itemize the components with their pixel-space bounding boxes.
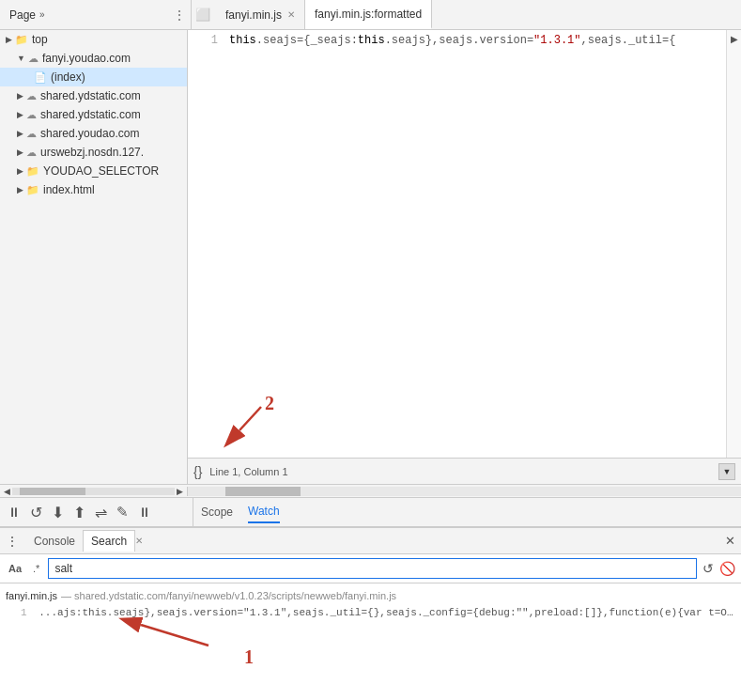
sidebar-item-label: (index): [51, 70, 85, 84]
code-keyword: this: [229, 34, 256, 47]
collapse-arrow-icon: ▶: [17, 91, 23, 101]
sidebar-item-label: index.html: [43, 183, 95, 196]
collapse-arrow-icon: ▶: [17, 185, 23, 194]
sidebar-item-shared-youdao[interactable]: ▶ ☁ shared.youdao.com: [0, 124, 187, 143]
collapse-arrow-icon: ▼: [17, 54, 25, 63]
case-sensitive-button[interactable]: Aa: [6, 561, 24, 576]
tab-fanyi-min-js-formatted[interactable]: fanyi.min.js:formatted: [305, 0, 432, 29]
result-filepath: — shared.ydstatic.com/fanyi/newweb/v1.0.…: [61, 590, 396, 601]
tab-scope[interactable]: Scope: [201, 502, 233, 522]
tab-bar: Page » ⋮ ⬜ fanyi.min.js ✕ fanyi.min.js:f…: [0, 0, 741, 30]
cloud-icon: ☁: [26, 147, 37, 159]
sidebar-item-youdao-selector[interactable]: ▶ 📁 YOUDAO_SELECTOR: [0, 162, 187, 180]
folder-icon: 📁: [26, 165, 39, 178]
code-editor: 1 this.seajs={_seajs:this.seajs},seajs.v…: [188, 30, 741, 484]
result-line-number: 1: [21, 607, 27, 618]
close-panel-button[interactable]: ✕: [725, 534, 735, 548]
code-line-1: 1 this.seajs={_seajs:this.seajs},seajs.v…: [195, 34, 733, 47]
screen-icon: ⬜: [195, 8, 210, 22]
collapse-arrow-icon: ▶: [17, 148, 23, 157]
scroll-left-icon[interactable]: ◀: [4, 487, 10, 496]
close-tab-icon[interactable]: ✕: [287, 9, 295, 20]
code-content: 1 this.seajs={_seajs:this.seajs},seajs.v…: [188, 30, 741, 484]
tab-watch[interactable]: Watch: [248, 501, 280, 523]
result-line-text: ...ajs:this.seajs},seajs.version="1.3.1"…: [39, 607, 735, 618]
sidebar-item-label: YOUDAO_SELECTOR: [43, 164, 159, 178]
page-section: Page » ⋮: [4, 0, 192, 29]
sidebar-item-index[interactable]: 📄 (index): [0, 68, 187, 86]
scroll-indicator[interactable]: ▼: [718, 463, 735, 480]
folder-icon: 📁: [15, 34, 28, 46]
collapse-arrow-icon: ▶: [17, 110, 23, 119]
step-over-button[interactable]: ↺: [28, 502, 44, 523]
code-scroll-thumb: [225, 487, 301, 496]
step-back-button[interactable]: ⇌: [93, 502, 109, 523]
line-number: 1: [195, 34, 218, 47]
sidebar-item-shared-ydstatic-1[interactable]: ▶ ☁ shared.ydstatic.com: [0, 86, 187, 105]
scroll-right-icon[interactable]: ▶: [177, 487, 183, 496]
collapse-arrow-icon: ▶: [17, 129, 23, 138]
scroll-thumb: [20, 488, 85, 495]
tab-console[interactable]: Console: [26, 531, 83, 552]
folder-icon: 📁: [26, 184, 39, 196]
code-status-bar: {} Line 1, Column 1 ▼: [188, 458, 741, 484]
regex-button[interactable]: .*: [30, 561, 42, 576]
sidebar-item-urswebzj[interactable]: ▶ ☁ urswebzj.nosdn.127.: [0, 143, 187, 162]
panel-menu-icon[interactable]: ⋮: [6, 534, 19, 549]
sidebar-item-label: shared.ydstatic.com: [40, 89, 141, 102]
sidebar-item-label: top: [32, 33, 48, 46]
pause-button[interactable]: ⏸: [6, 503, 23, 521]
sidebar-item-index-html[interactable]: ▶ 📁 index.html: [0, 180, 187, 199]
file-icon: 📄: [34, 71, 47, 84]
code-rest: ,seajs._util={: [581, 34, 676, 47]
sidebar-item-fanyi-youdao[interactable]: ▼ ☁ fanyi.youdao.com: [0, 49, 187, 68]
format-button[interactable]: {}: [193, 464, 202, 479]
tab-fanyi-min-js[interactable]: fanyi.min.js ✕: [216, 0, 305, 29]
search-results: fanyi.min.js — shared.ydstatic.com/fanyi…: [0, 583, 741, 699]
cursor-position: Line 1, Column 1: [209, 466, 287, 477]
tab-label: fanyi.min.js: [225, 8, 282, 22]
debug-toolbar: ⏸ ↺ ⬇ ⬆ ⇌ ✎ ⏸ Scope Watch: [0, 497, 741, 527]
step-out-button[interactable]: ⬆: [71, 502, 87, 523]
step-into-button[interactable]: ⬇: [50, 502, 66, 523]
result-line-item[interactable]: 1 ...ajs:this.seajs},seajs.version="1.3.…: [6, 604, 735, 621]
bottom-panel: ⋮ Console Search ✕ ✕ Aa .* ↺ 🚫 fanyi.min…: [0, 527, 741, 700]
main-content: ▶ 📁 top ▼ ☁ fanyi.youdao.com 📄 (index) ▶…: [0, 30, 741, 484]
file-tree-sidebar: ▶ 📁 top ▼ ☁ fanyi.youdao.com 📄 (index) ▶…: [0, 30, 188, 484]
panel-tab-bar: ⋮ Console Search ✕ ✕: [0, 528, 741, 554]
horizontal-scrollbar: ◀ ▶: [0, 484, 741, 497]
page-label: Page: [9, 8, 36, 22]
debug-scope-tabs: Scope Watch: [193, 501, 735, 523]
cloud-icon: ☁: [28, 53, 39, 65]
collapse-arrow-icon: ▶: [17, 166, 23, 176]
file-tabs: ⬜ fanyi.min.js ✕ fanyi.min.js:formatted: [192, 0, 737, 29]
menu-button[interactable]: ⋮: [174, 8, 185, 22]
search-bar: Aa .* ↺ 🚫: [0, 554, 741, 583]
scroll-right-button[interactable]: ▶: [726, 30, 741, 484]
code-str: "1.3.1": [533, 34, 580, 47]
sidebar-item-label: shared.youdao.com: [40, 127, 139, 140]
pause2-button[interactable]: ⏸: [136, 503, 153, 521]
close-panel-tab-icon[interactable]: ✕: [135, 536, 143, 546]
code-op: .seajs={_seajs:: [256, 34, 358, 47]
code-kw2: this: [358, 34, 385, 47]
code-scroll-track[interactable]: [188, 487, 741, 496]
code-op2: .seajs},seajs.version=: [385, 34, 533, 47]
debug-controls: ⏸ ↺ ⬇ ⬆ ⇌ ✎ ⏸: [6, 498, 193, 526]
sidebar-item-label: fanyi.youdao.com: [42, 52, 131, 65]
sidebar-item-shared-ydstatic-2[interactable]: ▶ ☁ shared.ydstatic.com: [0, 105, 187, 124]
more-tabs-button[interactable]: »: [39, 9, 45, 20]
cancel-search-button[interactable]: 🚫: [719, 561, 735, 576]
edit-button[interactable]: ✎: [115, 502, 131, 522]
code-text: this.seajs={_seajs:this.seajs},seajs.ver…: [229, 34, 675, 47]
refresh-search-button[interactable]: ↺: [702, 561, 714, 576]
tab-search[interactable]: Search: [83, 530, 135, 552]
sidebar-item-label: urswebzj.nosdn.127.: [40, 146, 144, 159]
cloud-icon: ☁: [26, 109, 37, 121]
search-input[interactable]: [48, 558, 697, 579]
cloud-icon: ☁: [26, 90, 37, 102]
sidebar-item-label: shared.ydstatic.com: [40, 108, 141, 121]
result-file-item[interactable]: fanyi.min.js — shared.ydstatic.com/fanyi…: [6, 587, 735, 604]
result-filename: fanyi.min.js: [6, 590, 57, 601]
sidebar-item-top[interactable]: ▶ 📁 top: [0, 30, 187, 49]
